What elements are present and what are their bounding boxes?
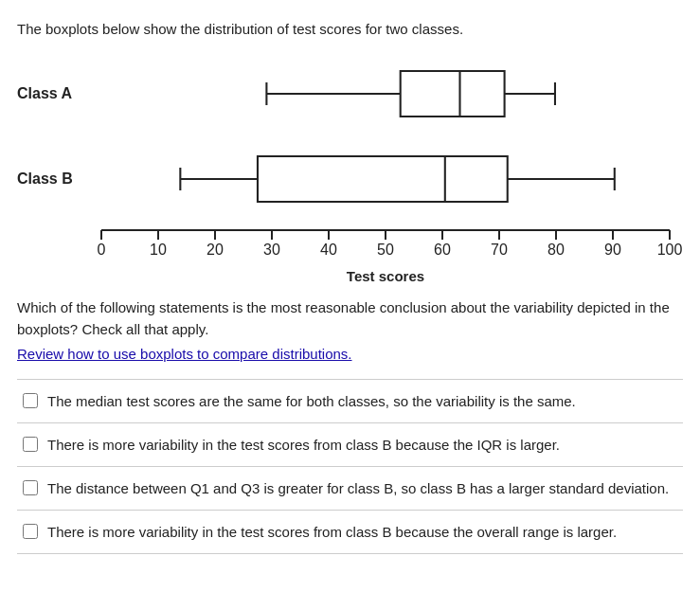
svg-text:40: 40	[320, 242, 337, 258]
svg-text:80: 80	[547, 242, 565, 258]
svg-text:70: 70	[491, 242, 508, 258]
svg-text:100: 100	[657, 242, 683, 258]
option-2: There is more variability in the test sc…	[17, 423, 683, 467]
svg-rect-2	[401, 71, 505, 117]
checkbox-3[interactable]	[23, 480, 38, 495]
class-a-svg	[88, 56, 683, 132]
class-b-label: Class B	[17, 170, 88, 188]
question-text: Which of the following statements is the…	[17, 297, 683, 340]
svg-text:10: 10	[150, 242, 167, 258]
x-axis-container: 0 10 20 30 40 50 60 70 80 90 100	[88, 226, 683, 264]
svg-text:90: 90	[604, 242, 621, 258]
option-3: The distance between Q1 and Q3 is greate…	[17, 467, 683, 511]
checkbox-1[interactable]	[23, 393, 38, 408]
option-4: There is more variability in the test sc…	[17, 511, 683, 554]
x-axis-svg: 0 10 20 30 40 50 60 70 80 90 100	[88, 226, 683, 264]
svg-text:30: 30	[263, 242, 280, 258]
intro-text: The boxplots below show the distribution…	[17, 19, 683, 39]
review-link[interactable]: Review how to use boxplots to compare di…	[17, 346, 352, 362]
svg-text:0: 0	[98, 242, 106, 258]
answer-options: The median test scores are the same for …	[17, 379, 683, 554]
svg-text:20: 20	[206, 242, 224, 258]
svg-text:60: 60	[434, 242, 451, 258]
checkbox-2[interactable]	[23, 437, 38, 452]
x-axis-title: Test scores	[88, 268, 683, 284]
option-4-label[interactable]: There is more variability in the test sc…	[47, 522, 617, 542]
option-3-label[interactable]: The distance between Q1 and Q3 is greate…	[47, 478, 669, 498]
class-b-boxplot	[88, 141, 683, 217]
option-1-label[interactable]: The median test scores are the same for …	[47, 391, 576, 411]
class-a-row: Class A	[17, 56, 683, 132]
chart-area: Class A Class B	[17, 56, 683, 284]
class-b-row: Class B	[17, 141, 683, 217]
class-a-label: Class A	[17, 85, 88, 102]
class-a-boxplot	[88, 56, 683, 132]
option-1: The median test scores are the same for …	[17, 380, 683, 423]
class-b-svg	[88, 141, 683, 217]
checkbox-4[interactable]	[23, 524, 38, 539]
option-2-label[interactable]: There is more variability in the test sc…	[47, 435, 560, 455]
svg-rect-8	[258, 156, 508, 202]
svg-text:50: 50	[377, 242, 394, 258]
